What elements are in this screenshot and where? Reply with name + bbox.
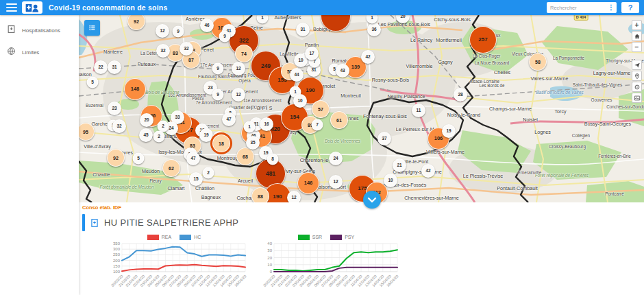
map-marker[interactable]: 10 — [384, 174, 397, 187]
search-input[interactable] — [549, 4, 606, 12]
map-marker[interactable]: 148 — [124, 78, 146, 100]
map-marker[interactable]: 23 — [108, 102, 121, 115]
pin-button[interactable] — [632, 71, 642, 81]
zoom-out-button[interactable]: − — [632, 42, 642, 52]
map-marker[interactable]: 37 — [377, 132, 391, 145]
svg-text:200: 200 — [113, 259, 121, 263]
menu-icon[interactable] — [6, 3, 17, 12]
map-marker[interactable]: 32 — [156, 44, 170, 58]
map-marker[interactable]: 12 — [232, 62, 245, 75]
details-panel: Conso étab. IDF HU PITIE SALPETRIERE APH… — [79, 202, 644, 295]
sidebar-item-limites[interactable]: Limites — [0, 41, 79, 63]
sidebar-item-hospitalisations[interactable]: Hospitalisations — [0, 19, 79, 41]
map-marker[interactable]: 31 — [296, 23, 310, 36]
app-logo — [22, 1, 42, 14]
chevron-down-icon — [367, 197, 377, 203]
map-marker[interactable]: 15 — [189, 172, 203, 186]
help-button[interactable]: ? — [621, 2, 639, 13]
locate-button[interactable] — [632, 82, 642, 92]
map-marker[interactable]: 12 — [329, 175, 343, 189]
map-marker[interactable]: 35 — [246, 136, 260, 150]
map-marker[interactable]: 61 — [330, 111, 348, 129]
zoom-in-button[interactable]: + — [632, 20, 642, 30]
legend-label: HC — [194, 235, 201, 239]
map-marker[interactable]: 12 — [287, 191, 301, 202]
map-marker[interactable]: 8 — [267, 154, 279, 165]
charts-row: REAHC10015020025030035030/03/2031/03/200… — [104, 233, 644, 295]
map-marker[interactable]: 10 — [293, 94, 307, 108]
chart-plot: 10015020025030035030/03/2031/03/2001/04/… — [104, 241, 249, 295]
establishment-title: HU PITIE SALPETRIERE APHP — [104, 217, 238, 228]
map-marker[interactable]: 20 — [140, 113, 153, 127]
map-marker[interactable]: 9 — [173, 26, 184, 38]
map-marker[interactable]: 9 — [212, 89, 224, 101]
home-button[interactable] — [632, 31, 642, 41]
legend-swatch — [298, 235, 310, 240]
map-marker[interactable]: 47 — [186, 152, 200, 165]
map-marker[interactable]: 32 — [112, 119, 126, 133]
map-marker[interactable]: 42 — [421, 164, 435, 178]
svg-text:350: 350 — [113, 241, 121, 246]
map-marker[interactable]: 88 — [251, 187, 269, 202]
map-source-label: Conso étab. IDF — [82, 204, 644, 211]
legend-swatch — [330, 235, 342, 240]
map-marker[interactable]: 92 — [107, 149, 125, 167]
main-area: +− NanterreLa DéfensePuteauxRueil-Malmai… — [79, 15, 644, 295]
map-marker[interactable]: 44 — [290, 68, 304, 82]
map-marker[interactable]: 46 — [200, 19, 214, 32]
map-marker[interactable]: 5 — [87, 77, 99, 88]
map-marker[interactable]: 31 — [108, 60, 121, 74]
layers-list-icon — [88, 23, 96, 33]
chart-ssr-psy: SSRPSY01020304030/03/2031/03/2001/04/200… — [256, 233, 401, 295]
map-canvas[interactable]: +− NanterreLa DéfensePuteauxRueil-Malmai… — [79, 15, 644, 202]
map-marker[interactable]: 2 — [203, 167, 214, 179]
svg-text:250: 250 — [113, 252, 121, 257]
map-marker[interactable]: 16 — [260, 117, 273, 131]
map-marker[interactable]: 22 — [94, 60, 108, 74]
map-marker[interactable]: 42 — [361, 50, 375, 64]
map-marker[interactable]: 45 — [139, 128, 153, 142]
map-marker[interactable]: 12 — [156, 24, 169, 38]
map-marker[interactable]: 9 — [219, 31, 231, 43]
collapse-panel-button[interactable] — [363, 191, 381, 209]
hospital-logo-icon — [23, 3, 41, 13]
map-marker[interactable]: 19 — [199, 128, 213, 142]
map-marker[interactable]: 32 — [179, 42, 193, 56]
map-marker[interactable]: 47 — [222, 113, 236, 126]
establishment-card: HU PITIE SALPETRIERE APHP — [82, 214, 644, 231]
svg-text:150: 150 — [113, 264, 121, 268]
map-marker[interactable]: 58 — [529, 53, 547, 71]
map-marker[interactable]: 28 — [454, 88, 467, 102]
map-layers-button[interactable] — [84, 20, 100, 36]
map-marker-selected[interactable]: 18 — [212, 134, 230, 152]
card-accent-bar — [82, 214, 85, 231]
map-marker[interactable]: 146 — [297, 172, 319, 194]
map-marker[interactable]: 17 — [305, 47, 319, 60]
map-marker[interactable]: 9 — [212, 63, 224, 75]
search-box: ⋮ — [547, 2, 617, 13]
chart-legend: REAHC — [104, 233, 249, 241]
map-marker[interactable]: 7 — [312, 119, 323, 131]
map-marker[interactable]: 1 — [244, 121, 256, 133]
legend-label: REA — [162, 235, 171, 239]
svg-text:100: 100 — [113, 270, 121, 274]
map-marker[interactable]: 74 — [235, 45, 253, 62]
screenshot-button[interactable] — [632, 93, 642, 103]
map-marker[interactable]: 2 — [153, 131, 165, 143]
map-marker[interactable]: 43 — [336, 64, 349, 78]
map-marker[interactable]: 19 — [442, 124, 456, 138]
map-marker[interactable]: 12 — [232, 88, 245, 102]
map-marker[interactable]: 24 — [329, 152, 343, 165]
map-marker[interactable]: 11 — [412, 104, 425, 117]
map-marker[interactable]: 257 — [469, 26, 497, 54]
kebab-icon[interactable]: ⋮ — [608, 4, 615, 11]
map-marker[interactable]: 57 — [312, 100, 330, 118]
map-marker[interactable]: 21 — [393, 158, 406, 172]
globe-icon — [7, 46, 16, 58]
map-marker[interactable]: 36 — [367, 23, 381, 36]
map-marker[interactable]: 5 — [133, 153, 145, 165]
map-marker[interactable]: 68 — [236, 148, 254, 165]
fly-to-button[interactable] — [632, 60, 642, 70]
map-marker[interactable]: 62 — [162, 159, 180, 177]
sidebar-item-label: Limites — [22, 49, 39, 56]
